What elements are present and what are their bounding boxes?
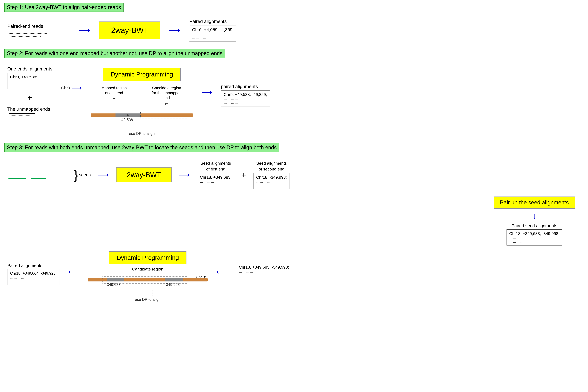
step3-down-arrow: ↓ [532,212,536,220]
step3-solid-a [7,171,36,171]
step1-data-line1: Chr6, +4,059, -4,369; [192,27,233,32]
step3-seed2-line1: Chr18, -349,998; [256,175,287,180]
step3-content: } seeds ⟶ 2way-BWT ⟶ Seed alignmentsof f… [4,159,584,303]
step3-seed-first: Seed alignmentsof first end Chr18, +349,… [197,160,234,189]
step3-paired-align-line1: Chr18, +349,664, -349,923; [10,271,57,276]
step3-seed-data1: Chr18, +349,683; ………… ………… [197,173,234,189]
step2-result-label: paired alignments [221,84,270,89]
step3-candidate-label: Candidate region [132,267,163,272]
step3-seeds-label: seeds [79,172,91,177]
step3-dot-b [38,174,59,175]
step3-bottom: Paired alignments Chr18, +349,664, -349,… [7,251,581,302]
step2-result: paired alignments Chr9, +49,538, -49,829… [221,84,270,106]
step2-dots2: ………… [10,83,50,87]
step1-content: Paired-end reads ⟶ 2wa [4,19,584,42]
step3-paired-align-dots2: ………… [10,280,57,283]
step2-candidate-brace: ⌐ [165,100,168,106]
step2-data1-line1: Chr9, +49,538; [10,75,50,80]
step1-arrow1: ⟶ [79,26,90,35]
step3-paired-seed-right: Chr18, +349,683, -349,998; ………… ………… [236,263,292,279]
step1-result-label: Paired alignments [189,19,236,24]
step3-dash1 [143,290,143,296]
step2-arrow-result: ⟶ [202,88,212,97]
step1-reads: Paired-end reads [7,24,70,37]
step2-content: One ends' alignments Chr9, +49,538; …………… [4,65,584,137]
step2-candidate-label: Candidate regionfor the unmapped end ⌐ [149,86,184,106]
step2-chrom-bar-wrapper: + 49,538 [91,109,193,122]
step2-left-label1: One ends' alignments [7,66,52,72]
step1-dots2: ………… [192,36,233,40]
step3-paired-align-dots1: ………… [10,276,57,280]
step3-paired-seed-right-dots1: ………… [239,270,289,274]
step3-green-a [8,178,26,179]
step3-dp-align-area: use DP to align [127,290,168,302]
step3-paired-seed-line1: Chr18, +349,683, -349,998; [509,231,559,236]
step2-banner: Step 2: For reads with one end mapped bu… [4,49,225,58]
step3-read-row3 [8,178,66,179]
step3-brace-seeds: } seeds [74,168,91,182]
unmapped-dot1 [9,115,32,116]
step3-reads [7,171,66,179]
step2-data-box-right: Chr9, +49,538, -49,829; ………… ………… [221,90,270,106]
step3-pair-col: Pair up the seed alignments ↓ Paired see… [494,196,575,246]
step2-region-labels: Mapped regionof one end ⌐ Candidate regi… [91,86,193,106]
step3-pair-up-area: Pair up the seed alignments ↓ Paired see… [7,196,581,246]
step1-dashed-line1 [41,31,70,31]
step2-right-dots1: ………… [224,97,267,101]
step1-solid-line1 [7,31,36,31]
step3-plus: + [242,170,246,179]
step3-paired-seed-box-right: Chr18, +349,683, -349,998; ………… ………… [236,263,292,279]
step3-paired-seed-label: Paired seed alignments [507,223,562,228]
step2-mapped-label: Mapped regionof one end ⌐ [99,86,129,106]
step3-dp-box: Dynamic Programming [109,251,187,264]
step2-vert-dash [142,124,142,130]
unmapped-dot3 [9,119,28,119]
step3-read-row1 [7,171,66,171]
step3-dot-a [42,171,66,171]
step2-right-line1: Chr9, +49,538, -49,829; [224,92,267,97]
step1-reads-label: Paired-end reads [7,24,70,29]
step2-left: One ends' alignments Chr9, +49,538; …………… [7,66,52,119]
step2-dp-align: use DP to align [127,124,156,136]
step2-right-arrow: ⟶ [202,88,212,97]
step3-dp-dashes [143,290,153,296]
step3-paired-seed-dots1: ………… [509,236,559,240]
step2-mapped-brace: ⌐ [113,96,116,102]
step1-data-box: Chr6, +4,059, -4,369; ………… ………… [189,25,236,42]
step3-paired-align-label: Paired alignments [7,263,59,268]
step3-paired-seed-right-line1: Chr18, +349,683, -349,998; [239,265,289,270]
step3-brace-right: } [74,168,78,182]
step3-top: } seeds ⟶ 2way-BWT ⟶ Seed alignmentsof f… [7,160,581,189]
step2-dashed-overlay [140,112,187,118]
step2-unmapped: The unmapped ends [7,106,52,119]
step3-paired-result: Paired alignments Chr18, +349,664, -349,… [7,263,59,285]
step3-arrow2: ⟶ [179,170,190,179]
unmapped-solid [9,113,35,114]
step3-dash2 [152,290,153,296]
step3-paired-seed: Paired seed alignments Chr18, +349,683, … [507,223,562,246]
step2-dots1: ………… [10,80,50,83]
step3-solid-b [10,174,33,175]
step2-plus-sign: + [126,113,129,118]
step3-banner: Step 3: For reads with both ends unmappe… [4,143,279,152]
step3-seed-data2: Chr18, -349,998; ………… ………… [253,173,290,189]
step3-paired-seed-dots2: ………… [509,240,559,244]
step2-section: Step 2: For reads with one end mapped bu… [4,49,584,137]
step3-seed-second-label: Seed alignmentsof second end [253,160,290,172]
step1-dot-row1 [9,33,47,34]
step3-arrow1: ⟶ [98,170,109,179]
step3-arrow-left: ⟵ [68,268,79,276]
step2-arrow-right: ⟶ [71,84,82,92]
step3-pair-up-box: Pair up the seed alignments [494,196,575,209]
step2-chr-arrow: Chr9 ⟶ [61,84,82,92]
step1-dot-row3 [9,36,41,37]
step2-right-dots2: ………… [224,101,267,104]
step2-center: Dynamic Programming Mapped regionof one … [91,68,193,136]
step3-paired-seed-box: Chr18, +349,683, -349,998; ………… ………… [507,230,562,246]
step2-coord-label: 49,538 [121,118,133,122]
step2-chr9-label: Chr9 [61,86,70,90]
step3-seed-second: Seed alignmentsof second end Chr18, -349… [253,160,290,189]
step1-dot-row2 [9,35,44,35]
step3-coord1: 349,683 [107,282,121,287]
step3-arrow-left2: ⟵ [216,268,227,276]
